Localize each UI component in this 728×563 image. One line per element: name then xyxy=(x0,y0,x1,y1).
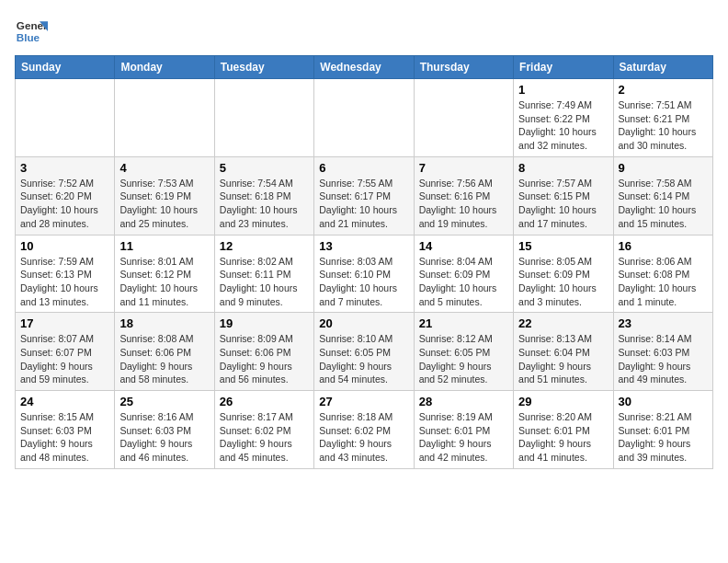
weekday-header-row: SundayMondayTuesdayWednesdayThursdayFrid… xyxy=(16,56,713,79)
day-number: 20 xyxy=(319,316,408,330)
day-number: 30 xyxy=(619,395,708,408)
calendar-cell: 29Sunrise: 8:20 AM Sunset: 6:01 PM Dayli… xyxy=(514,391,613,469)
day-info: Sunrise: 7:56 AM Sunset: 6:16 PM Dayligh… xyxy=(419,177,508,231)
day-number: 22 xyxy=(518,316,608,330)
day-info: Sunrise: 8:17 AM Sunset: 6:02 PM Dayligh… xyxy=(220,410,309,465)
calendar-cell: 3Sunrise: 7:52 AM Sunset: 6:20 PM Daylig… xyxy=(16,156,115,235)
day-info: Sunrise: 8:06 AM Sunset: 6:08 PM Dayligh… xyxy=(619,255,708,309)
calendar-cell xyxy=(16,79,115,157)
calendar-week-row: 1Sunrise: 7:49 AM Sunset: 6:22 PM Daylig… xyxy=(16,79,713,157)
day-info: Sunrise: 8:21 AM Sunset: 6:01 PM Dayligh… xyxy=(619,410,708,465)
day-number: 10 xyxy=(20,239,109,253)
calendar-cell: 2Sunrise: 7:51 AM Sunset: 6:21 PM Daylig… xyxy=(613,79,712,157)
day-number: 15 xyxy=(518,239,608,253)
calendar-cell: 15Sunrise: 8:05 AM Sunset: 6:09 PM Dayli… xyxy=(514,235,613,313)
day-info: Sunrise: 8:10 AM Sunset: 6:05 PM Dayligh… xyxy=(319,332,408,386)
calendar-cell: 4Sunrise: 7:53 AM Sunset: 6:19 PM Daylig… xyxy=(115,156,214,235)
day-info: Sunrise: 8:14 AM Sunset: 6:03 PM Dayligh… xyxy=(619,332,708,386)
day-info: Sunrise: 8:20 AM Sunset: 6:01 PM Dayligh… xyxy=(518,410,608,465)
calendar-week-row: 24Sunrise: 8:15 AM Sunset: 6:03 PM Dayli… xyxy=(16,391,713,469)
day-info: Sunrise: 7:57 AM Sunset: 6:15 PM Dayligh… xyxy=(518,177,608,231)
logo-icon: General Blue xyxy=(15,15,48,48)
calendar-cell: 6Sunrise: 7:55 AM Sunset: 6:17 PM Daylig… xyxy=(314,156,414,235)
calendar-cell: 11Sunrise: 8:01 AM Sunset: 6:12 PM Dayli… xyxy=(115,235,214,313)
weekday-header-cell: Sunday xyxy=(16,56,115,79)
calendar-cell: 18Sunrise: 8:08 AM Sunset: 6:06 PM Dayli… xyxy=(115,313,214,391)
calendar-week-row: 10Sunrise: 7:59 AM Sunset: 6:13 PM Dayli… xyxy=(16,235,713,313)
day-info: Sunrise: 8:09 AM Sunset: 6:06 PM Dayligh… xyxy=(220,332,309,386)
day-info: Sunrise: 7:52 AM Sunset: 6:20 PM Dayligh… xyxy=(20,177,109,231)
calendar-week-row: 17Sunrise: 8:07 AM Sunset: 6:07 PM Dayli… xyxy=(16,313,713,391)
calendar-cell: 5Sunrise: 7:54 AM Sunset: 6:18 PM Daylig… xyxy=(214,156,313,235)
day-info: Sunrise: 7:54 AM Sunset: 6:18 PM Dayligh… xyxy=(220,177,309,231)
day-number: 3 xyxy=(20,161,109,175)
day-number: 6 xyxy=(319,161,408,175)
day-number: 25 xyxy=(119,395,209,408)
day-info: Sunrise: 8:03 AM Sunset: 6:10 PM Dayligh… xyxy=(319,255,408,309)
day-number: 1 xyxy=(518,83,608,97)
calendar-cell xyxy=(115,79,214,157)
calendar-cell xyxy=(214,79,313,157)
day-info: Sunrise: 8:19 AM Sunset: 6:01 PM Dayligh… xyxy=(419,410,508,465)
logo: General Blue xyxy=(15,15,48,48)
day-number: 2 xyxy=(619,83,708,97)
calendar-cell: 25Sunrise: 8:16 AM Sunset: 6:03 PM Dayli… xyxy=(115,391,214,469)
day-number: 29 xyxy=(518,395,608,408)
weekday-header-cell: Tuesday xyxy=(214,56,313,79)
day-info: Sunrise: 8:04 AM Sunset: 6:09 PM Dayligh… xyxy=(419,255,508,309)
calendar-cell: 21Sunrise: 8:12 AM Sunset: 6:05 PM Dayli… xyxy=(414,313,513,391)
svg-text:Blue: Blue xyxy=(17,31,40,43)
day-info: Sunrise: 8:16 AM Sunset: 6:03 PM Dayligh… xyxy=(119,410,209,465)
day-info: Sunrise: 8:08 AM Sunset: 6:06 PM Dayligh… xyxy=(119,332,209,386)
day-info: Sunrise: 7:49 AM Sunset: 6:22 PM Dayligh… xyxy=(518,98,608,153)
day-number: 28 xyxy=(419,395,508,408)
calendar-cell: 24Sunrise: 8:15 AM Sunset: 6:03 PM Dayli… xyxy=(16,391,115,469)
calendar-cell: 30Sunrise: 8:21 AM Sunset: 6:01 PM Dayli… xyxy=(613,391,712,469)
day-info: Sunrise: 7:59 AM Sunset: 6:13 PM Dayligh… xyxy=(20,255,109,309)
calendar-cell: 28Sunrise: 8:19 AM Sunset: 6:01 PM Dayli… xyxy=(414,391,513,469)
calendar-body: 1Sunrise: 7:49 AM Sunset: 6:22 PM Daylig… xyxy=(16,79,713,469)
day-number: 7 xyxy=(419,161,508,175)
day-info: Sunrise: 7:53 AM Sunset: 6:19 PM Dayligh… xyxy=(119,177,209,231)
day-info: Sunrise: 8:01 AM Sunset: 6:12 PM Dayligh… xyxy=(119,255,209,309)
calendar-cell: 16Sunrise: 8:06 AM Sunset: 6:08 PM Dayli… xyxy=(613,235,712,313)
weekday-header-cell: Friday xyxy=(514,56,613,79)
day-number: 26 xyxy=(220,395,309,408)
weekday-header-cell: Wednesday xyxy=(314,56,414,79)
day-info: Sunrise: 8:02 AM Sunset: 6:11 PM Dayligh… xyxy=(220,255,309,309)
page-header: General Blue xyxy=(15,15,713,48)
weekday-header-cell: Thursday xyxy=(414,56,513,79)
calendar-cell: 10Sunrise: 7:59 AM Sunset: 6:13 PM Dayli… xyxy=(16,235,115,313)
day-number: 12 xyxy=(220,239,309,253)
day-number: 5 xyxy=(220,161,309,175)
calendar-cell: 20Sunrise: 8:10 AM Sunset: 6:05 PM Dayli… xyxy=(314,313,414,391)
day-number: 4 xyxy=(119,161,209,175)
day-info: Sunrise: 8:07 AM Sunset: 6:07 PM Dayligh… xyxy=(20,332,109,386)
calendar-cell xyxy=(414,79,513,157)
day-number: 13 xyxy=(319,239,408,253)
calendar-cell: 27Sunrise: 8:18 AM Sunset: 6:02 PM Dayli… xyxy=(314,391,414,469)
calendar-cell: 26Sunrise: 8:17 AM Sunset: 6:02 PM Dayli… xyxy=(214,391,313,469)
calendar-cell: 13Sunrise: 8:03 AM Sunset: 6:10 PM Dayli… xyxy=(314,235,414,313)
calendar-cell: 1Sunrise: 7:49 AM Sunset: 6:22 PM Daylig… xyxy=(514,79,613,157)
calendar-cell: 7Sunrise: 7:56 AM Sunset: 6:16 PM Daylig… xyxy=(414,156,513,235)
day-number: 8 xyxy=(518,161,608,175)
calendar: SundayMondayTuesdayWednesdayThursdayFrid… xyxy=(15,55,713,469)
calendar-cell: 19Sunrise: 8:09 AM Sunset: 6:06 PM Dayli… xyxy=(214,313,313,391)
calendar-cell: 9Sunrise: 7:58 AM Sunset: 6:14 PM Daylig… xyxy=(613,156,712,235)
day-info: Sunrise: 7:51 AM Sunset: 6:21 PM Dayligh… xyxy=(619,98,708,153)
day-number: 24 xyxy=(20,395,109,408)
calendar-cell xyxy=(314,79,414,157)
calendar-cell: 8Sunrise: 7:57 AM Sunset: 6:15 PM Daylig… xyxy=(514,156,613,235)
day-info: Sunrise: 8:15 AM Sunset: 6:03 PM Dayligh… xyxy=(20,410,109,465)
day-info: Sunrise: 8:18 AM Sunset: 6:02 PM Dayligh… xyxy=(319,410,408,465)
day-info: Sunrise: 8:13 AM Sunset: 6:04 PM Dayligh… xyxy=(518,332,608,386)
day-number: 19 xyxy=(220,316,309,330)
day-number: 27 xyxy=(319,395,408,408)
calendar-cell: 14Sunrise: 8:04 AM Sunset: 6:09 PM Dayli… xyxy=(414,235,513,313)
day-number: 23 xyxy=(619,316,708,330)
day-info: Sunrise: 8:12 AM Sunset: 6:05 PM Dayligh… xyxy=(419,332,508,386)
day-number: 17 xyxy=(20,316,109,330)
day-info: Sunrise: 7:55 AM Sunset: 6:17 PM Dayligh… xyxy=(319,177,408,231)
calendar-cell: 22Sunrise: 8:13 AM Sunset: 6:04 PM Dayli… xyxy=(514,313,613,391)
